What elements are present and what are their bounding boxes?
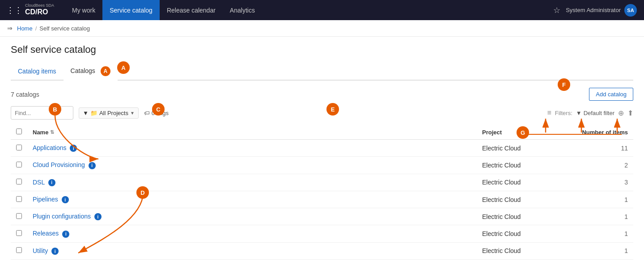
- catalog-name-link-1[interactable]: Cloud Provisioning: [33, 161, 85, 168]
- info-icon-6[interactable]: i: [51, 248, 59, 255]
- nav-release-calendar[interactable]: Release calendar: [160, 0, 223, 20]
- row-checkbox-1[interactable]: [16, 162, 22, 167]
- row-checkbox-6[interactable]: [16, 247, 22, 253]
- search-input[interactable]: [11, 106, 73, 120]
- table-row: Releases i Electric Cloud 1: [11, 225, 633, 242]
- row-checkbox-2[interactable]: [16, 179, 22, 184]
- project-cell-2: Electric Cloud: [477, 174, 566, 191]
- tag-icon: 🏷: [144, 110, 150, 116]
- lines-icon[interactable]: ≡: [547, 109, 551, 117]
- info-icon-1[interactable]: i: [89, 162, 96, 169]
- export-button[interactable]: ⬆: [627, 109, 633, 117]
- items-cell-5: 1: [566, 225, 633, 242]
- nav-user: System Administrator SA: [566, 4, 637, 17]
- row-checkbox-5[interactable]: [16, 230, 22, 236]
- info-icon-2[interactable]: i: [48, 179, 55, 186]
- name-sort: Name ⇅: [33, 129, 54, 136]
- tags-label: 0 Tags: [152, 110, 169, 116]
- items-cell-3: 1: [566, 191, 633, 208]
- items-cell-1: 2: [566, 157, 633, 174]
- brand-top: CloudBees SDA: [25, 4, 54, 8]
- sort-icon: ⇅: [50, 129, 54, 135]
- items-cell-4: 1: [566, 208, 633, 225]
- items-cell-2: 3: [566, 174, 633, 191]
- menu-icon[interactable]: ⇒: [7, 25, 13, 32]
- catalog-name-link-2[interactable]: DSL: [33, 179, 45, 186]
- breadcrumb-home[interactable]: Home: [17, 25, 33, 32]
- table-row: DSL i Electric Cloud 3: [11, 174, 633, 191]
- catalog-count: 7 catalogs: [11, 91, 39, 98]
- page-wrapper: ⋮⋮ CloudBees SDA CD/RO My work Service c…: [0, 0, 644, 270]
- add-filter-button[interactable]: ⊕: [618, 109, 624, 117]
- nav-service-catalog[interactable]: Service catalog: [102, 0, 160, 20]
- row-checkbox-0[interactable]: [16, 145, 22, 150]
- table-header-row: 7 catalogs Add catalog: [11, 88, 633, 101]
- table-row: Plugin configurations i Electric Cloud 1: [11, 208, 633, 225]
- project-cell-4: Electric Cloud: [477, 208, 566, 225]
- filter-row: ▼ 📁 All Projects ▼ 🏷 0 Tags ≡ Filters: ▼…: [11, 106, 633, 120]
- items-cell-6: 1: [566, 242, 633, 259]
- select-all-checkbox[interactable]: [16, 129, 22, 134]
- select-all-header: [11, 125, 27, 140]
- row-checkbox-3[interactable]: [16, 196, 22, 202]
- table-row: Pipelines i Electric Cloud 1: [11, 191, 633, 208]
- project-header: Project: [477, 125, 566, 140]
- project-cell-1: Electric Cloud: [477, 157, 566, 174]
- catalogs-table: Name ⇅ Project Number of items Applicati…: [11, 125, 633, 260]
- tab-catalogs-label: Catalogs: [71, 67, 95, 74]
- user-name: System Administrator: [566, 7, 621, 13]
- project-cell-0: Electric Cloud: [477, 140, 566, 157]
- row-checkbox-4[interactable]: [16, 213, 22, 219]
- brand-bottom: CD/RO: [25, 8, 54, 16]
- name-header-label: Name: [33, 129, 48, 136]
- tab-catalog-items[interactable]: Catalog items: [11, 64, 64, 79]
- catalog-name-link-5[interactable]: Releases: [33, 230, 59, 237]
- breadcrumb: ⇒ Home / Self service catalog: [0, 20, 644, 37]
- name-header[interactable]: Name ⇅: [27, 125, 477, 140]
- projects-label: All Projects: [99, 110, 128, 116]
- catalog-name-link-6[interactable]: Utility: [33, 247, 48, 254]
- nav-brand: CloudBees SDA CD/RO: [25, 4, 54, 16]
- catalog-name-link-3[interactable]: Pipelines: [33, 196, 58, 203]
- default-filter-dropdown[interactable]: ▼ Default filter: [576, 110, 614, 116]
- add-catalog-button[interactable]: Add catalog: [589, 88, 633, 101]
- project-cell-5: Electric Cloud: [477, 225, 566, 242]
- info-icon-5[interactable]: i: [62, 231, 69, 238]
- table-row: Cloud Provisioning i Electric Cloud 2: [11, 157, 633, 174]
- top-nav: ⋮⋮ CloudBees SDA CD/RO My work Service c…: [0, 0, 644, 20]
- project-cell-3: Electric Cloud: [477, 191, 566, 208]
- page-title: Self service catalog: [11, 44, 633, 56]
- nav-analytics[interactable]: Analytics: [223, 0, 262, 20]
- projects-arrow-icon: ▼: [130, 111, 135, 116]
- tags-filter[interactable]: 🏷 0 Tags: [144, 110, 169, 116]
- filter-right: ≡ Filters: ▼ Default filter ⊕ ⬆: [547, 109, 633, 117]
- tab-catalogs-badge: A: [101, 66, 110, 76]
- filters-label: Filters:: [555, 110, 572, 116]
- table-row: Utility i Electric Cloud 1: [11, 242, 633, 259]
- catalog-name-link-0[interactable]: Applications: [33, 144, 67, 151]
- project-cell-6: Electric Cloud: [477, 242, 566, 259]
- items-cell-0: 11: [566, 140, 633, 157]
- breadcrumb-separator: /: [35, 25, 37, 32]
- info-icon-3[interactable]: i: [62, 196, 69, 203]
- nav-right: ☆ System Administrator SA: [553, 4, 637, 17]
- nav-items: My work Service catalog Release calendar…: [65, 0, 553, 20]
- nav-my-work[interactable]: My work: [65, 0, 102, 20]
- info-icon-4[interactable]: i: [94, 213, 102, 220]
- default-filter-label: Default filter: [584, 110, 614, 116]
- table-row: Applications i Electric Cloud 11: [11, 140, 633, 157]
- tabs: Catalog items Catalogs A: [11, 63, 633, 81]
- projects-icon: 📁: [90, 110, 97, 116]
- star-icon[interactable]: ☆: [553, 5, 560, 15]
- dropdown-arrow-icon: ▼: [576, 110, 582, 116]
- chevron-down-icon: ▼: [83, 110, 89, 116]
- items-header: Number of items: [566, 125, 633, 140]
- grid-icon[interactable]: ⋮⋮: [7, 3, 21, 17]
- info-icon-0[interactable]: i: [70, 145, 77, 152]
- projects-dropdown[interactable]: ▼ 📁 All Projects ▼: [79, 107, 139, 119]
- page-content: Self service catalog Catalog items Catal…: [0, 37, 644, 267]
- tab-catalogs[interactable]: Catalogs A: [64, 63, 118, 81]
- avatar[interactable]: SA: [624, 4, 637, 17]
- breadcrumb-current: Self service catalog: [39, 25, 90, 32]
- catalog-name-link-4[interactable]: Plugin configurations: [33, 213, 91, 220]
